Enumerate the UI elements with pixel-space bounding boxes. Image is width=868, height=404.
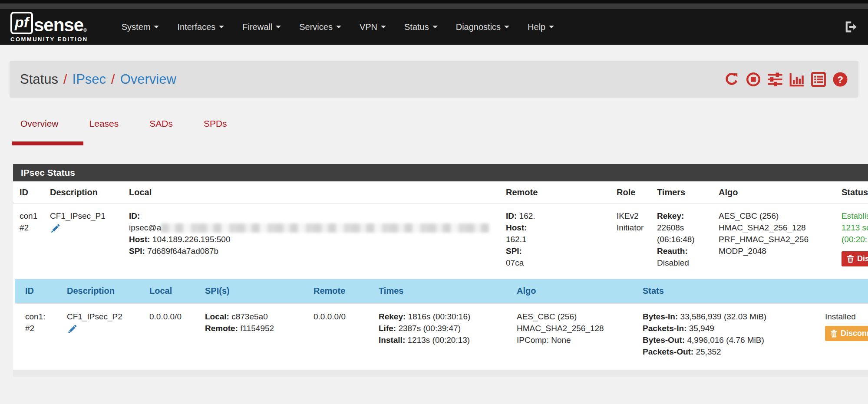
pfsense-logo-text: sense	[34, 16, 83, 34]
local-spi-value: 7d689f64a7ad087b	[147, 246, 218, 256]
field-label: Bytes-Out:	[643, 335, 685, 345]
algo-encryption: AES_CBC (256)	[719, 210, 832, 222]
install-value: 1213s (00:20:13)	[408, 335, 470, 345]
field-label: Install:	[379, 335, 405, 345]
cell-description: CF1_IPsec_P1	[43, 204, 122, 275]
menu-label: Diagnostics	[456, 22, 501, 32]
menu-label: Help	[528, 22, 545, 32]
field-label: Host:	[506, 223, 527, 232]
page-bottom-strip	[13, 370, 868, 377]
chevron-down-icon	[549, 26, 554, 28]
breadcrumb-separator: /	[111, 72, 115, 87]
status-text: Established	[842, 210, 868, 222]
col-header-timers: Timers	[650, 181, 712, 204]
ipsec-tabs: Overview Leases SADs SPDs	[20, 118, 868, 145]
spi-local-value: c873e5a0	[231, 312, 267, 321]
field-label: Packets-Out:	[643, 347, 693, 356]
community-edition-label: COMMUNITY EDITION	[10, 36, 88, 43]
field-label: SPI:	[506, 246, 522, 256]
local-network: 0.0.0.0/0	[149, 311, 196, 322]
col-header-role: Role	[610, 181, 650, 204]
menu-label: Firewall	[242, 22, 272, 32]
active-tab-underline	[12, 141, 83, 145]
remote-host-value: 162.1	[506, 235, 527, 244]
col-header-times: Times	[373, 279, 512, 303]
cell-algo: AES_CBC (256) HMAC_SHA2_256_128 IPComp: …	[512, 303, 637, 364]
tab-leases[interactable]: Leases	[89, 118, 119, 145]
col-header-description: Description	[43, 181, 122, 204]
disconnect-button[interactable]: Disconnect	[842, 251, 868, 266]
menu-label: System	[122, 22, 151, 32]
cell-local: ID: ipsec@a Host: 104.189.226.195:500 SP…	[122, 204, 499, 275]
col-header-local: Local	[122, 181, 499, 204]
top-navbar: pf sense ® COMMUNITY EDITION System Inte…	[0, 9, 868, 45]
remote-spi-value: 07ca	[506, 258, 524, 267]
help-icon[interactable]: ?	[832, 72, 848, 87]
pencil-icon[interactable]	[67, 324, 77, 338]
col-header-description: Description	[62, 279, 144, 303]
menu-item-diagnostics[interactable]: Diagnostics	[447, 18, 518, 36]
cell-remote: ID: 162. Host: 162.1 SPI: 07ca	[499, 204, 610, 275]
disconnect-button[interactable]: Disconnect	[825, 326, 868, 341]
algo-ipcomp: IPComp: None	[517, 334, 634, 346]
algo-dh-group: MODP_2048	[719, 245, 832, 257]
col-header-id: ID	[13, 181, 43, 204]
pf-logo-box: pf	[10, 12, 33, 34]
pencil-icon[interactable]	[50, 223, 60, 237]
menu-item-interfaces[interactable]: Interfaces	[168, 18, 233, 36]
list-icon[interactable]	[811, 72, 826, 87]
redacted-white-block	[524, 259, 589, 268]
menu-label: Services	[299, 22, 333, 32]
sign-out-icon[interactable]	[844, 20, 858, 34]
cell-id: con1 #2	[13, 204, 43, 275]
redacted-blur-block	[161, 223, 489, 233]
table-row: con1: #2 CF1_IPsec_P2	[15, 303, 868, 364]
child-sa-table: ID Description Local SPI(s) Remote Times…	[15, 279, 868, 364]
field-label: Remote:	[205, 324, 238, 333]
cell-algo: AES_CBC (256) HMAC_SHA2_256_128 PRF_HMAC…	[712, 204, 835, 275]
cell-status: Installed	[820, 303, 868, 364]
col-header-blank	[820, 279, 868, 303]
status-uptime-time: (00:20:13)	[842, 233, 868, 245]
algo-integrity: HMAC_SHA2_256_128	[719, 222, 832, 233]
local-host-value: 104.189.226.195:500	[152, 235, 231, 244]
stop-icon[interactable]	[746, 72, 761, 87]
ike-sa-header-row: ID Description Local Remote Role Timers …	[13, 181, 868, 204]
col-header-algo: Algo	[512, 279, 637, 303]
spi-remote-value: f1154952	[240, 324, 274, 333]
menu-item-system[interactable]: System	[112, 18, 168, 36]
remote-network: 0.0.0.0/0	[314, 311, 370, 322]
cell-spis: Local: c873e5a0 Remote: f1154952	[200, 303, 308, 364]
col-header-algo: Algo	[712, 181, 835, 204]
breadcrumb-section: Status	[20, 72, 58, 87]
button-label: Disconnect	[857, 254, 868, 263]
sa-number: #2	[20, 222, 40, 233]
menu-item-vpn[interactable]: VPN	[350, 18, 395, 36]
rekey-seconds: 22608s	[657, 222, 709, 233]
child-sa-cell: ID Description Local SPI(s) Remote Times…	[13, 275, 868, 370]
breadcrumb-separator: /	[63, 72, 67, 87]
sliders-icon[interactable]	[767, 72, 783, 87]
field-label: Local:	[205, 312, 229, 321]
menu-item-help[interactable]: Help	[518, 18, 563, 36]
breadcrumb-link-overview[interactable]: Overview	[120, 72, 176, 87]
col-header-remote: Remote	[308, 279, 373, 303]
field-label: Host:	[129, 235, 150, 244]
packets-in-value: 35,949	[689, 324, 714, 333]
tab-sads[interactable]: SADs	[149, 118, 173, 145]
connection-id: con1	[20, 210, 40, 222]
connection-id: con1:	[25, 311, 58, 322]
menu-item-services[interactable]: Services	[290, 18, 350, 36]
pfsense-logo[interactable]: pf sense ® COMMUNITY EDITION	[10, 12, 88, 43]
status-text: Installed	[825, 311, 868, 322]
tab-spds[interactable]: SPDs	[204, 118, 227, 145]
breadcrumb-link-ipsec[interactable]: IPsec	[73, 72, 106, 87]
cell-timers: Rekey: 22608s (06:16:48) Reauth: Disable…	[650, 204, 712, 275]
rekey-time: (06:16:48)	[657, 233, 709, 245]
window-top-strip	[0, 0, 868, 3]
refresh-icon[interactable]	[724, 72, 739, 87]
menu-item-firewall[interactable]: Firewall	[233, 18, 290, 36]
bar-chart-icon[interactable]	[789, 72, 805, 87]
menu-item-status[interactable]: Status	[395, 18, 447, 36]
role-value: Initiator	[617, 222, 647, 233]
